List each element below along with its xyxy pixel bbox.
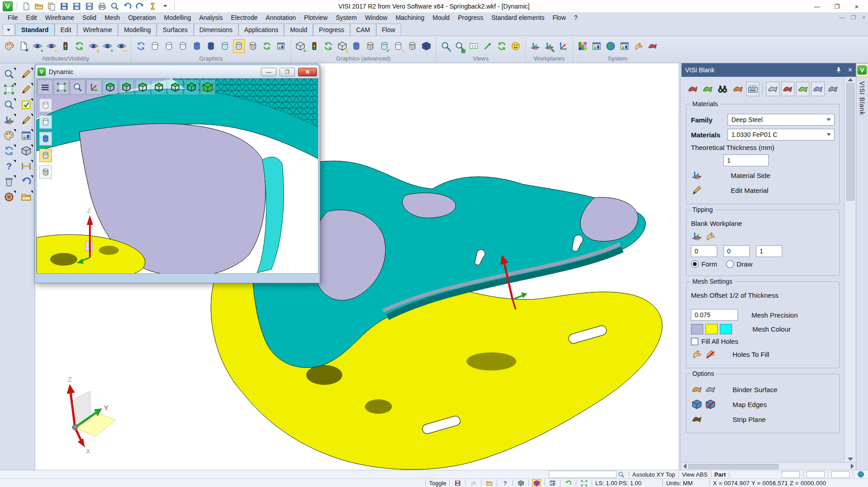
menu-electrode[interactable]: Electrode bbox=[227, 13, 261, 23]
workplane-create-icon[interactable] bbox=[529, 39, 541, 53]
menu-annotation[interactable]: Annotation bbox=[261, 13, 300, 23]
mesh-colour-swatch-yellow[interactable] bbox=[705, 324, 718, 334]
style-shaded-icon[interactable] bbox=[39, 132, 52, 145]
mesh-precision-input[interactable]: 0.075 bbox=[691, 309, 738, 321]
menu-standard-elements[interactable]: Standard elements bbox=[487, 13, 549, 23]
blue-window-icon[interactable] bbox=[19, 128, 34, 143]
panel-close-icon[interactable]: × bbox=[848, 66, 852, 74]
eye-traffic-light-icon[interactable] bbox=[60, 39, 71, 53]
tab-mould[interactable]: Mould bbox=[284, 23, 313, 36]
menu-modelling[interactable]: Modelling bbox=[160, 13, 195, 23]
delete-trash-icon[interactable] bbox=[1, 174, 17, 189]
view-cube-right-icon[interactable] bbox=[168, 80, 183, 95]
view-cube-front-icon[interactable] bbox=[151, 80, 167, 95]
search-input[interactable] bbox=[549, 471, 616, 478]
surface-green-icon[interactable] bbox=[796, 82, 809, 96]
draw-radio[interactable]: Draw bbox=[726, 260, 752, 268]
thickness-input[interactable]: 1 bbox=[723, 155, 769, 166]
save-button[interactable] bbox=[59, 1, 69, 11]
shaded-dark-style-icon[interactable] bbox=[205, 39, 217, 53]
tab-standard[interactable]: Standard bbox=[15, 23, 55, 36]
grab-tool-icon[interactable] bbox=[469, 479, 478, 487]
menu-edit[interactable]: Edit bbox=[22, 13, 41, 23]
fit-view-icon[interactable] bbox=[54, 80, 69, 95]
page-visibility-icon[interactable] bbox=[18, 39, 29, 53]
transparent-style-icon[interactable] bbox=[219, 39, 231, 53]
zoom-icon[interactable] bbox=[70, 80, 85, 95]
help-question-icon[interactable] bbox=[1, 159, 17, 173]
style-wireframe-icon[interactable] bbox=[39, 98, 52, 112]
scrollbar-thumb[interactable] bbox=[846, 83, 854, 201]
toggle-button[interactable]: Toggle bbox=[429, 480, 446, 487]
hidden-line-style-icon[interactable] bbox=[163, 39, 175, 53]
tab-progress[interactable]: Progress bbox=[313, 23, 350, 36]
keyboard-input-icon[interactable] bbox=[746, 82, 759, 96]
tab-cam[interactable]: CAM bbox=[350, 23, 376, 36]
eye-refresh-icon[interactable] bbox=[74, 39, 85, 53]
active-snap-icon-selected[interactable] bbox=[532, 479, 541, 487]
style-hatched-icon[interactable] bbox=[39, 165, 52, 179]
open-document-icon[interactable] bbox=[19, 190, 34, 204]
system-settings-globe-icon[interactable] bbox=[605, 39, 616, 53]
menu-mesh[interactable]: Mesh bbox=[100, 13, 124, 23]
surface-gray-icon[interactable] bbox=[766, 82, 779, 96]
eye-remove-icon[interactable]: − bbox=[46, 39, 57, 53]
workplane-edit-icon[interactable]: ✎ bbox=[543, 39, 555, 53]
dashed-style-icon[interactable] bbox=[177, 39, 189, 53]
box-refresh-icon[interactable] bbox=[322, 39, 334, 53]
dynamic-viewport[interactable]: Z bbox=[36, 78, 318, 274]
mdi-close-button[interactable]: × bbox=[862, 14, 865, 21]
fit-view-icon[interactable] bbox=[1, 82, 17, 97]
menu-machining[interactable]: Machining bbox=[392, 13, 429, 23]
view-menu-icon[interactable] bbox=[37, 80, 53, 95]
scroll-left-icon[interactable] bbox=[683, 464, 686, 469]
print-button[interactable] bbox=[97, 1, 107, 11]
mesh-colour-swatch-lavender[interactable] bbox=[691, 324, 703, 334]
menu-system[interactable]: System bbox=[331, 13, 361, 23]
menu-mould[interactable]: Mould bbox=[429, 13, 454, 23]
tipping-y-input[interactable]: 0 bbox=[723, 245, 750, 257]
refresh-view-icon[interactable] bbox=[496, 39, 508, 53]
zoom-box-icon[interactable] bbox=[1, 98, 17, 112]
dynamic-titlebar[interactable]: V Dynamic — ❐ ✕ bbox=[36, 66, 318, 78]
annotated-view-icon[interactable]: ▪ bbox=[392, 39, 404, 53]
tipping-z-input[interactable]: 1 bbox=[756, 245, 782, 257]
redo-button[interactable] bbox=[135, 1, 145, 11]
menu-window[interactable]: Window bbox=[361, 13, 392, 23]
attributes-paint-icon[interactable] bbox=[4, 39, 15, 53]
binder-surface-alt-icon[interactable] bbox=[705, 384, 716, 395]
globe-icon[interactable] bbox=[856, 471, 865, 478]
tab-edit[interactable]: Edit bbox=[55, 23, 77, 36]
box-plus-minus-icon[interactable]: ± bbox=[336, 39, 348, 53]
restore-button[interactable]: ❐ bbox=[833, 3, 841, 10]
scroll-right-icon[interactable] bbox=[851, 464, 854, 469]
view-cube-solid-icon[interactable] bbox=[200, 80, 215, 95]
menu-file[interactable]: File bbox=[4, 13, 22, 23]
map-edges-icon[interactable] bbox=[691, 398, 703, 410]
unfold-blank-icon[interactable] bbox=[701, 82, 714, 96]
measure-distance-icon[interactable] bbox=[19, 159, 34, 173]
material-side-icon[interactable] bbox=[691, 169, 703, 181]
dynamic-view-arrow-icon[interactable] bbox=[482, 39, 494, 53]
visi-blank-tab-icon[interactable]: V bbox=[857, 63, 868, 77]
surface-percent-icon[interactable] bbox=[826, 82, 840, 96]
fill-all-holes-row[interactable]: Fill All Holes bbox=[691, 337, 835, 345]
undo-history-button[interactable] bbox=[148, 1, 158, 11]
scrollbar-thumb[interactable] bbox=[688, 464, 779, 469]
panel-vertical-scrollbar[interactable] bbox=[844, 77, 856, 462]
holes-select-icon[interactable] bbox=[691, 348, 703, 360]
graphics-settings-icon[interactable] bbox=[275, 39, 287, 53]
context-label[interactable]: Part bbox=[714, 471, 726, 478]
dynamic-close-button[interactable]: ✕ bbox=[298, 68, 317, 76]
scroll-up-icon[interactable] bbox=[848, 78, 853, 81]
validate-view-icon[interactable]: ✓ bbox=[378, 39, 390, 53]
view-cube-top-icon[interactable] bbox=[103, 80, 118, 95]
find-entities-icon[interactable] bbox=[1, 67, 17, 81]
panel-horizontal-scrollbar[interactable] bbox=[681, 462, 856, 470]
family-dropdown[interactable]: Deep Steel bbox=[728, 114, 835, 126]
attributes-palette-icon[interactable] bbox=[1, 128, 17, 143]
mdi-minimize-button[interactable]: — bbox=[839, 14, 845, 21]
dynamic-minimize-button[interactable]: — bbox=[261, 68, 276, 76]
pin-icon[interactable] bbox=[835, 67, 842, 73]
sketch-curve-icon[interactable] bbox=[19, 82, 34, 97]
